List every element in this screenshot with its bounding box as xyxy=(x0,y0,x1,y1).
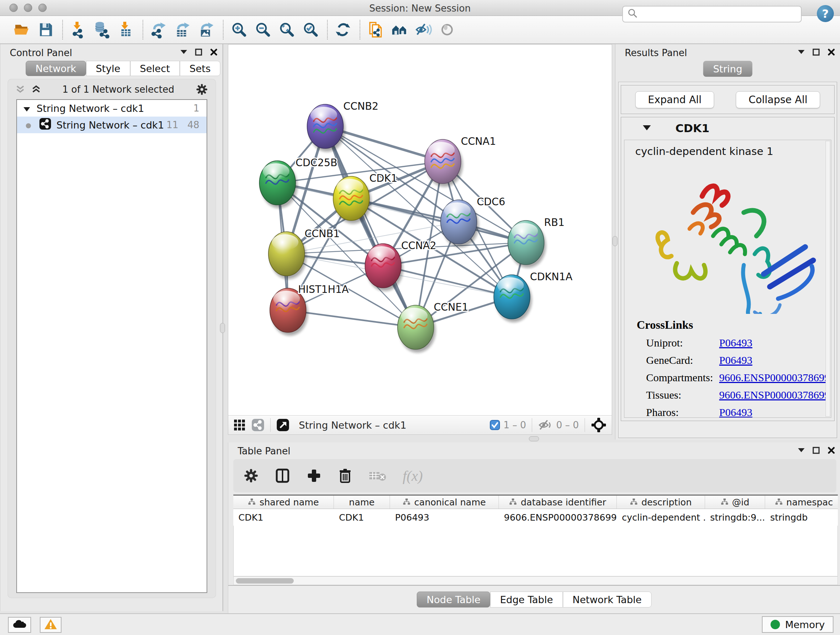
tab-string[interactable]: String xyxy=(703,61,752,77)
string-network-badge-icon[interactable] xyxy=(251,418,264,432)
node-label: CCNA2 xyxy=(401,240,436,252)
network-node-cdc25b[interactable]: CDC25B xyxy=(259,157,338,208)
horizontal-splitter-handle[interactable] xyxy=(529,436,539,441)
network-node-ccne1[interactable]: CCNE1 xyxy=(398,301,469,353)
hide-graphics-details-icon[interactable] xyxy=(414,20,433,39)
warning-status-button[interactable] xyxy=(40,617,62,633)
column-header-namespac[interactable]: namespac xyxy=(765,496,838,509)
column-header-name[interactable]: name xyxy=(334,496,390,509)
export-network-icon[interactable] xyxy=(149,20,168,39)
open-network-document-icon[interactable] xyxy=(366,20,385,39)
float-panel-icon[interactable] xyxy=(813,447,820,454)
table-cell[interactable]: CDK1 xyxy=(233,512,334,523)
close-panel-icon[interactable] xyxy=(828,447,835,454)
network-collection-row[interactable]: String Network – cdk1 1 xyxy=(17,100,207,117)
zoom-out-icon[interactable] xyxy=(253,20,272,39)
table-row[interactable]: CDK1CDK1P064939606.ENSP00000378699cyclin… xyxy=(233,509,838,526)
zoom-selected-icon[interactable] xyxy=(301,20,320,39)
tab-select[interactable]: Select xyxy=(130,61,180,76)
table-cell[interactable]: 9606.ENSP00000378699 xyxy=(499,512,617,523)
houses-icon[interactable] xyxy=(390,20,409,39)
panel-menu-icon[interactable] xyxy=(798,448,805,453)
column-header-canonical-name[interactable]: canonical name xyxy=(390,496,499,509)
vertical-splitter-handle[interactable] xyxy=(613,236,617,246)
import-table-icon[interactable] xyxy=(117,20,135,39)
apply-layout-icon[interactable] xyxy=(333,20,352,39)
table-cell[interactable]: stringdb xyxy=(765,512,838,523)
open-session-icon[interactable] xyxy=(12,20,31,39)
save-session-icon[interactable] xyxy=(36,20,55,39)
table-horizontal-scrollbar[interactable] xyxy=(233,576,838,585)
collapse-all-networks-icon[interactable] xyxy=(16,85,25,94)
crosslink-link[interactable]: 9606.ENSP00000378699 xyxy=(719,389,830,401)
section-collapse-icon[interactable] xyxy=(643,125,651,132)
close-panel-icon[interactable] xyxy=(828,49,835,56)
tab-sets[interactable]: Sets xyxy=(180,61,220,76)
open-external-view-icon[interactable] xyxy=(276,418,289,432)
crosslink-link[interactable]: P06493 xyxy=(719,337,752,349)
tab-edge-table[interactable]: Edge Table xyxy=(490,592,562,608)
column-header-shared-name[interactable]: shared name xyxy=(233,496,334,509)
network-node-cdk1[interactable]: CDK1 xyxy=(333,172,397,224)
birdseye-pan-icon[interactable] xyxy=(591,417,607,433)
close-panel-icon[interactable] xyxy=(210,49,218,56)
crosslink-link[interactable]: 9606.ENSP00000378699 xyxy=(719,371,830,384)
import-network-icon[interactable] xyxy=(69,20,88,39)
scrollbar-thumb[interactable] xyxy=(236,578,294,584)
show-columns-icon[interactable] xyxy=(275,468,291,484)
string-network-graph[interactable]: CCNB2CCNA1CDC25BCDK1CDC6RB1CCNB1CCNA2CDK… xyxy=(228,44,612,415)
vertical-splitter-handle[interactable] xyxy=(220,323,225,333)
panel-menu-icon[interactable] xyxy=(798,50,805,54)
export-table-icon[interactable] xyxy=(173,20,192,39)
table-header-row: shared namenamecanonical namedatabase id… xyxy=(233,494,838,509)
expand-all-button[interactable]: Expand All xyxy=(635,91,714,108)
network-node-ccnb2[interactable]: CCNB2 xyxy=(307,100,378,152)
zoom-fit-icon[interactable] xyxy=(277,20,296,39)
tab-node-table[interactable]: Node Table xyxy=(417,592,490,608)
crosslink-link[interactable]: P06493 xyxy=(719,354,752,366)
network-node-cdc6[interactable]: CDC6 xyxy=(441,196,505,247)
table-settings-gear-icon[interactable] xyxy=(243,468,259,483)
tab-network[interactable]: Network xyxy=(26,61,86,76)
table-cell[interactable]: stringdb:9... xyxy=(705,512,765,523)
network-node-cdkn1a[interactable]: CDKN1A xyxy=(494,271,572,322)
network-view-canvas[interactable]: CCNB2CCNA1CDC25BCDK1CDC6RB1CCNB1CCNA2CDK… xyxy=(228,44,612,435)
column-header-database-identifier[interactable]: database identifier xyxy=(499,496,617,509)
zoom-in-icon[interactable] xyxy=(229,20,248,39)
cdk1-section-header[interactable]: CDK1 xyxy=(621,117,834,140)
delete-column-trash-icon[interactable] xyxy=(338,468,353,483)
float-panel-icon[interactable] xyxy=(813,49,820,56)
node-count: 11 xyxy=(166,119,178,130)
export-image-icon[interactable] xyxy=(197,20,216,39)
import-network-from-database-icon[interactable] xyxy=(93,20,111,39)
float-panel-icon[interactable] xyxy=(195,49,202,56)
add-column-icon[interactable] xyxy=(306,468,322,483)
network-edge[interactable] xyxy=(325,126,416,327)
table-cell[interactable]: cyclin-dependent ... xyxy=(617,512,705,523)
results-scrollbar[interactable] xyxy=(826,141,830,417)
network-node-ccnb1[interactable]: CCNB1 xyxy=(268,228,340,279)
table-cell[interactable]: P06493 xyxy=(390,512,499,523)
column-header--id[interactable]: @id xyxy=(705,496,765,509)
tab-network-table[interactable]: Network Table xyxy=(563,592,652,608)
cloud-status-button[interactable] xyxy=(8,617,31,633)
search-input[interactable] xyxy=(622,6,802,22)
network-row[interactable]: String Network – cdk1 11 48 xyxy=(17,117,207,133)
table-cell[interactable]: CDK1 xyxy=(334,512,390,523)
tab-style[interactable]: Style xyxy=(86,61,130,76)
expand-all-networks-icon[interactable] xyxy=(32,85,41,94)
grid-view-icon[interactable] xyxy=(233,419,246,431)
selected-checkbox-icon[interactable] xyxy=(490,420,500,430)
crosslink-link[interactable]: P06493 xyxy=(719,406,752,418)
network-node-rb1[interactable]: RB1 xyxy=(508,217,564,268)
memory-button[interactable]: Memory xyxy=(762,616,834,633)
help-icon[interactable]: ? xyxy=(817,5,834,22)
tree-collapse-icon[interactable] xyxy=(24,103,30,114)
network-node-hist1h1a[interactable]: HIST1H1A xyxy=(270,283,349,336)
collapse-all-button[interactable]: Collapse All xyxy=(736,91,820,108)
network-options-gear-icon[interactable] xyxy=(196,83,208,96)
render-detail-icon[interactable] xyxy=(438,20,456,39)
node-label: RB1 xyxy=(544,217,564,228)
panel-menu-icon[interactable] xyxy=(180,50,187,54)
column-header-description[interactable]: description xyxy=(617,496,705,509)
